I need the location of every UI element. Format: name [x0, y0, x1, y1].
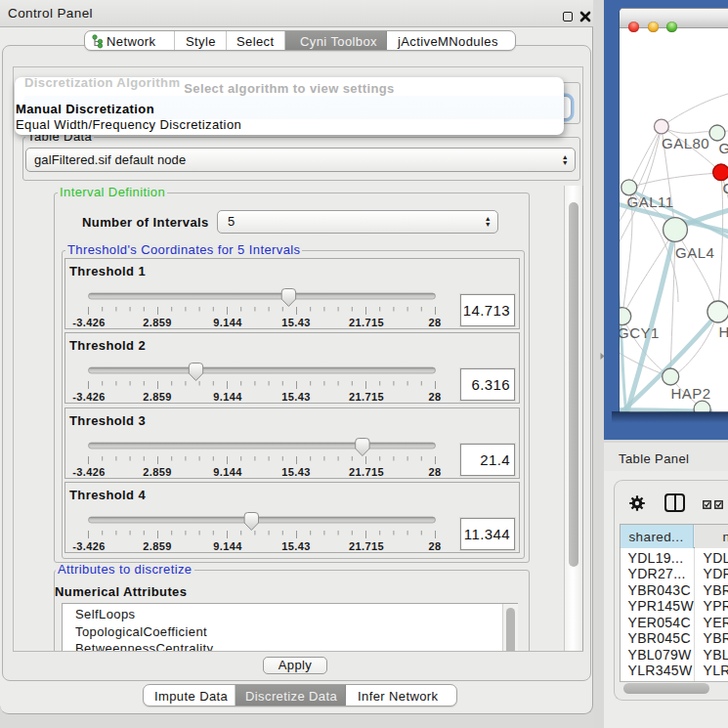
svg-text:GAL11: GAL11: [627, 193, 674, 210]
svg-text:GAL4: GAL4: [675, 244, 714, 261]
svg-text:GAL80: GAL80: [662, 135, 709, 151]
svg-text:HAP2: HAP2: [671, 385, 711, 402]
svg-text:GCY1: GCY1: [620, 324, 660, 341]
svg-text:C: C: [723, 180, 728, 196]
svg-text:GA: GA: [719, 140, 728, 156]
svg-text:H: H: [719, 323, 728, 340]
